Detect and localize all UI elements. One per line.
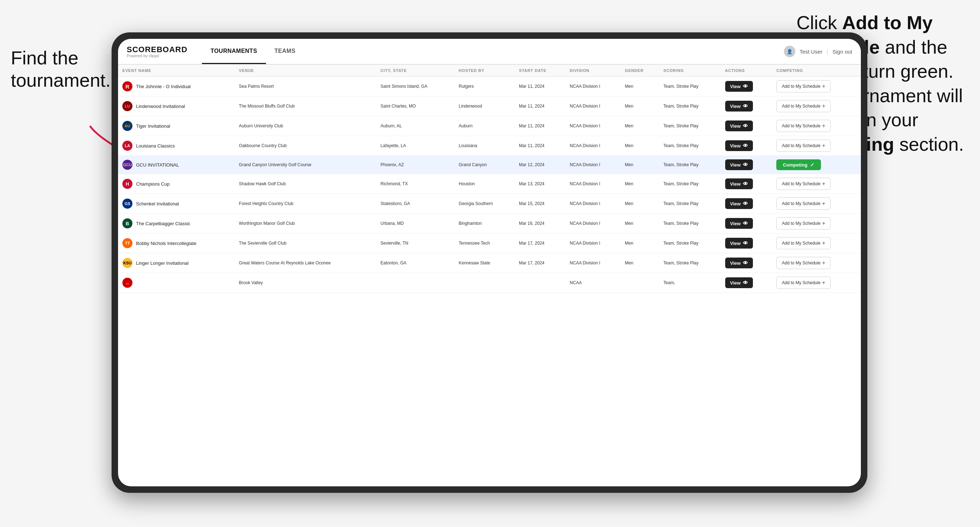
event-name: Champions Cup [136,181,170,187]
venue-cell: The Sevierville Golf Club [235,233,376,253]
scoring-cell: Team, Stroke Play [659,214,721,233]
view-button[interactable]: View 👁 [725,178,753,189]
event-name: GCU INVITATIONAL [136,162,179,168]
add-to-schedule-button[interactable]: Add to My Schedule + [776,257,830,269]
scoring-cell: Team, Stroke Play [659,116,721,136]
venue-cell: Sea Palms Resort [235,77,376,97]
table-row: TT Bobby Nichols Intercollegiate The Sev… [118,233,861,253]
city-state-cell: Urbana, MD [376,214,454,233]
hosted-by-cell: Auburn [455,116,515,136]
competing-button[interactable]: Competing ✓ [776,159,821,170]
city-state-cell: Lafayette, LA [376,136,454,156]
nav-bar: SCOREBOARD Powered by clippd TOURNAMENTS… [118,39,861,65]
add-to-schedule-button[interactable]: Add to My Schedule + [776,178,830,190]
scoring-cell: Team, Stroke Play [659,136,721,156]
eye-icon: 👁 [743,143,748,149]
gender-cell: Men [620,194,659,214]
event-name: Schenkel Invitational [136,201,179,206]
add-label: Add to My Schedule [782,103,820,109]
table-row: LA Louisiana Classics Oakbourne Country … [118,136,861,156]
table-row: ... Brook ValleyNCAATeam, View 👁 Add to … [118,273,861,293]
team-logo: B [123,218,132,229]
start-date-cell [515,273,565,293]
division-cell: NCAA Division I [565,156,620,174]
plus-icon: + [822,279,825,286]
division-cell: NCAA Division I [565,253,620,273]
add-to-schedule-button[interactable]: Add to My Schedule + [776,277,830,289]
scoring-cell: Team, [659,273,721,293]
venue-cell: The Missouri Bluffs Golf Club [235,97,376,116]
eye-icon: 👁 [743,162,748,168]
tablet-screen: SCOREBOARD Powered by clippd TOURNAMENTS… [118,39,861,486]
view-button[interactable]: View 👁 [725,277,753,288]
table-row: R The Johnnie - O Individual Sea Palms R… [118,77,861,97]
scoring-cell: Team, Stroke Play [659,174,721,194]
start-date-cell: Mar 11, 2024 [515,97,565,116]
plus-icon: + [822,181,825,187]
division-cell: NCAA Division I [565,116,620,136]
venue-cell: Oakbourne Country Club [235,136,376,156]
eye-icon: 👁 [743,83,748,89]
city-state-cell: Saint Charles, MO [376,97,454,116]
sign-out-link[interactable]: Sign out [832,49,852,55]
view-button[interactable]: View 👁 [725,218,753,229]
competing-cell: Add to My Schedule + [772,77,861,97]
hosted-by-cell: Rutgers [455,77,515,97]
tab-teams[interactable]: TEAMS [266,39,304,64]
view-button[interactable]: View 👁 [725,159,753,170]
event-name: The Carpetbagger Classic [136,221,190,226]
start-date-cell: Mar 11, 2024 [515,116,565,136]
hosted-by-cell: Louisiana [455,136,515,156]
city-state-cell: Sevierville, TN [376,233,454,253]
add-to-schedule-button[interactable]: Add to My Schedule + [776,80,830,92]
team-logo: AU [123,121,132,131]
hosted-by-cell: Binghamton [455,214,515,233]
start-date-cell: Mar 17, 2024 [515,253,565,273]
city-state-cell: Richmond, TX [376,174,454,194]
add-label: Add to My Schedule [782,84,820,89]
view-button[interactable]: View 👁 [725,121,753,131]
hosted-by-cell: Georgia Southern [455,194,515,214]
view-button[interactable]: View 👁 [725,238,753,249]
add-to-schedule-button[interactable]: Add to My Schedule + [776,120,830,132]
table-row: H Champions Cup Shadow Hawk Golf ClubRic… [118,174,861,194]
event-name-cell: KSU Linger Longer Invitational [118,253,235,273]
tournaments-table: EVENT NAME VENUE CITY, STATE HOSTED BY S… [118,65,861,293]
table-row: B The Carpetbagger Classic Worthington M… [118,214,861,233]
check-icon: ✓ [810,162,815,168]
start-date-cell: Mar 13, 2024 [515,174,565,194]
add-label: Add to My Schedule [782,260,820,265]
competing-cell: Add to My Schedule + [772,233,861,253]
gender-cell: Men [620,253,659,273]
venue-cell: Forest Heights Country Club [235,194,376,214]
add-to-schedule-button[interactable]: Add to My Schedule + [776,197,830,210]
eye-icon: 👁 [743,201,748,206]
view-button[interactable]: View 👁 [725,198,753,209]
view-button[interactable]: View 👁 [725,81,753,92]
add-label: Add to My Schedule [782,280,820,285]
event-name-cell: LA Louisiana Classics [118,136,235,156]
gender-cell: Men [620,136,659,156]
view-button[interactable]: View 👁 [725,140,753,151]
view-button[interactable]: View 👁 [725,257,753,268]
view-button[interactable]: View 👁 [725,101,753,111]
col-division: DIVISION [565,65,620,77]
plus-icon: + [822,240,825,246]
hosted-by-cell: Tennessee Tech [455,233,515,253]
city-state-cell: Auburn, AL [376,116,454,136]
tournaments-table-container: EVENT NAME VENUE CITY, STATE HOSTED BY S… [118,65,861,486]
division-cell: NCAA [565,273,620,293]
table-row: KSU Linger Longer Invitational Great Wat… [118,253,861,273]
user-name: Test User [800,49,822,55]
add-to-schedule-button[interactable]: Add to My Schedule + [776,217,830,230]
tab-tournaments[interactable]: TOURNAMENTS [202,39,266,64]
add-label: Add to My Schedule [782,181,820,186]
event-name: Bobby Nichols Intercollegiate [136,241,197,246]
add-to-schedule-button[interactable]: Add to My Schedule + [776,100,830,112]
add-to-schedule-button[interactable]: Add to My Schedule + [776,237,830,249]
event-name: Tiger Invitational [136,124,170,129]
add-to-schedule-button[interactable]: Add to My Schedule + [776,140,830,152]
scoring-cell: Team, Stroke Play [659,77,721,97]
team-logo: LA [123,141,132,151]
event-name: Linger Longer Invitational [136,260,189,266]
